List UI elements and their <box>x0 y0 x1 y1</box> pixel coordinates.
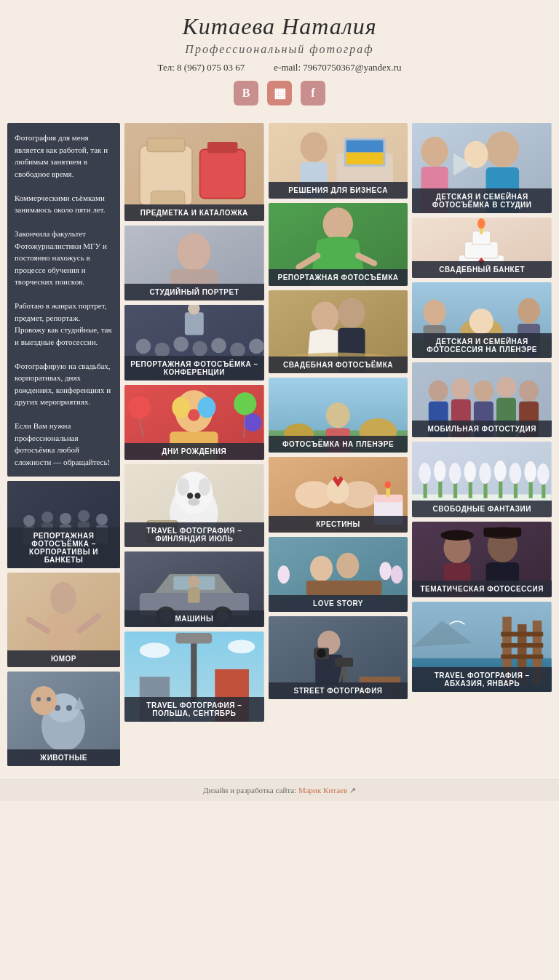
tile-banquet[interactable]: Наталья СВАДЕБНЫЙ БАНКЕТ <box>412 218 552 278</box>
svg-rect-30 <box>207 142 237 154</box>
tile-label-cars: МАШИНЫ <box>124 610 264 627</box>
tile-label-bags: ПРЕДМЕТКА И КАТАЛОЖКА <box>124 204 264 221</box>
svg-point-53 <box>244 413 262 431</box>
column-2: ПРЕДМЕТКА И КАТАЛОЖКА СТУДИЙНЫЙ ПОРТРЕТ <box>124 123 264 766</box>
tile-label-lovestory: LOVE STORY <box>269 595 408 612</box>
svg-point-144 <box>477 218 485 229</box>
site-title: Китаева Наталия <box>15 13 544 40</box>
svg-rect-79 <box>175 633 212 644</box>
tile-conference[interactable]: РЕПОРТАЖНАЯ ФОТОСЪЁМКА – КОНФЕРЕНЦИИ <box>124 305 264 381</box>
vk-link[interactable]: В <box>234 81 258 105</box>
tile-wedding[interactable]: СВАДЕБНАЯ ФОТОСЪЁМКА <box>269 290 408 373</box>
tile-travel-pl[interactable]: TRAVEL ФОТОГРАФИЯ – ПОЛЬША, СЕНТЯБРЬ <box>124 632 264 722</box>
social-links: В ▦ f <box>15 81 544 105</box>
tile-animals[interactable]: ЖИВОТНЫЕ <box>7 672 120 766</box>
svg-point-112 <box>384 481 390 488</box>
svg-point-149 <box>469 308 493 334</box>
svg-point-161 <box>496 376 516 397</box>
left-column: Фотография для меня является как работой… <box>7 123 120 766</box>
svg-point-155 <box>429 381 448 402</box>
svg-rect-75 <box>188 588 200 603</box>
tile-label-plener: ФОТОСЪЁМКА НА ПЛЕНЭРЕ <box>269 436 408 453</box>
tile-birthday[interactable]: ДНИ РОЖДЕНИЯ <box>124 385 264 461</box>
tile-mobile-studio[interactable]: МОБИЛЬНАЯ ФОТОСТУДИЯ <box>412 362 552 438</box>
svg-point-1 <box>23 515 35 527</box>
svg-point-49 <box>197 397 215 418</box>
svg-point-152 <box>518 298 540 324</box>
tile-label-family-studio: ДЕТСКАЯ И СЕМЕЙНАЯ ФОТОСЪЁМКА В СТУДИИ <box>412 188 552 213</box>
tile-fantasy[interactable]: СВОБОДНЫЕ ФАНТАЗИИ <box>412 442 552 517</box>
svg-point-119 <box>379 562 392 580</box>
svg-point-106 <box>295 481 333 508</box>
tile-cars[interactable]: МАШИНЫ <box>124 551 264 627</box>
tile-label-krestiny: КРЕСТИНЫ <box>269 516 408 533</box>
tile-label-banquet: СВАДЕБНЫЙ БАНКЕТ <box>412 261 552 278</box>
tile-family-studio[interactable]: ДЕТСКАЯ И СЕМЕЙНАЯ ФОТОСЪЁМКА В СТУДИИ <box>412 123 552 213</box>
tile-business[interactable]: РЕШЕНИЯ ДЛЯ БИЗНЕСА <box>269 123 408 199</box>
tile-lovestory[interactable]: LOVE STORY <box>269 537 408 613</box>
tile-humor[interactable]: ЮМОР <box>7 573 120 667</box>
tile-label-report: РЕПОРТАЖНАЯ ФОТОСЪЁМКА <box>269 269 408 286</box>
tile-label-travel-abkhazia: TRAVEL ФОТОГРАФИЯ – АБХАЗИЯ, ЯНВАРЬ <box>412 667 552 692</box>
tile-thematic[interactable]: ТЕМАТИЧЕСКАЯ ФОТОСЕССИЯ <box>412 522 552 597</box>
svg-point-52 <box>234 392 256 415</box>
svg-rect-43 <box>185 313 204 335</box>
svg-point-33 <box>178 233 211 271</box>
svg-point-48 <box>172 397 190 418</box>
tile-bags[interactable]: ПРЕДМЕТКА И КАТАЛОЖКА <box>124 123 264 221</box>
svg-point-184 <box>537 463 550 485</box>
tile-label-portrait: СТУДИЙНЫЙ ПОРТРЕТ <box>124 284 264 300</box>
svg-point-38 <box>173 337 189 352</box>
footer-link[interactable]: Марик Китаев <box>298 786 347 794</box>
tile-plener[interactable]: ФОТОСЪЁМКА НА ПЛЕНЭРЕ <box>269 378 408 453</box>
tile-label-birthday: ДНИ РОЖДЕНИЯ <box>124 443 264 460</box>
svg-point-47 <box>188 409 200 421</box>
svg-point-163 <box>519 381 539 402</box>
email-label: e-mail: 79670750367@yandex.ru <box>274 62 401 73</box>
tile-portrait[interactable]: СТУДИЙНЫЙ ПОРТРЕТ <box>124 226 264 301</box>
svg-rect-28 <box>147 138 185 152</box>
phone-label: Тел: 8 (967) 075 03 67 <box>158 62 245 73</box>
svg-point-3 <box>41 511 53 523</box>
svg-point-82 <box>140 643 170 658</box>
svg-point-168 <box>419 463 432 484</box>
svg-point-40 <box>211 338 226 354</box>
footer-arrow-icon: ↗ <box>349 786 356 794</box>
tile-label-family-plener: ДЕТСКАЯ И СЕМЕЙНАЯ ФОТОСЕССИЯ НА ПЛЕНЭРЕ <box>412 333 552 358</box>
tile-label-conference: РЕПОРТАЖНАЯ ФОТОСЪЁМКА – КОНФЕРЕНЦИИ <box>124 356 264 381</box>
tile-corporate[interactable]: РЕПОРТАЖНАЯ ФОТОСЪЁМКА – КОРПОРАТИВЫ И Б… <box>7 481 120 568</box>
svg-point-74 <box>188 576 200 589</box>
tile-travel-abkhazia[interactable]: TRAVEL ФОТОГРАФИЯ – АБХАЗИЯ, ЯНВАРЬ <box>412 602 552 692</box>
svg-rect-130 <box>359 677 400 682</box>
svg-point-116 <box>336 552 359 578</box>
tile-family-plener[interactable]: ДЕТСКАЯ И СЕМЕЙНАЯ ФОТОСЕССИЯ НА ПЛЕНЭРЕ <box>412 282 552 358</box>
tile-street[interactable]: STREET ФОТОГРАФИЯ <box>269 616 408 699</box>
svg-point-63 <box>188 498 200 506</box>
svg-point-25 <box>47 697 51 701</box>
column-4: ДЕТСКАЯ И СЕМЕЙНАЯ ФОТОСЪЁМКА В СТУДИИ <box>412 123 552 766</box>
svg-point-180 <box>510 463 522 484</box>
tile-label-mobile-studio: МОБИЛЬНАЯ ФОТОСТУДИЯ <box>412 421 552 437</box>
tile-travel-fi[interactable]: form TRAVEL ФОТОГРАФИЯ – ФИНЛЯНДИЯ ИЮЛЬ <box>124 464 264 547</box>
svg-point-172 <box>449 463 461 484</box>
tile-label-travel-pl: TRAVEL ФОТОГРАФИЯ – ПОЛЬША, СЕНТЯБРЬ <box>124 697 264 722</box>
svg-point-97 <box>338 298 365 327</box>
svg-point-174 <box>464 461 477 482</box>
tile-krestiny[interactable]: КРЕСТИНЫ <box>269 457 408 533</box>
svg-point-176 <box>480 463 492 484</box>
contact-info: Тел: 8 (967) 075 03 67 e-mail: 796707503… <box>15 62 544 73</box>
main-content: Фотография для меня является как работой… <box>0 123 559 773</box>
instagram-link[interactable]: ▦ <box>267 81 292 105</box>
svg-point-24 <box>36 697 41 701</box>
svg-point-85 <box>300 132 327 162</box>
facebook-link[interactable]: f <box>301 81 325 105</box>
svg-point-125 <box>317 649 325 658</box>
svg-point-96 <box>312 301 338 331</box>
tiles-grid: ПРЕДМЕТКА И КАТАЛОЖКА СТУДИЙНЫЙ ПОРТРЕТ <box>124 123 552 766</box>
svg-point-60 <box>199 478 211 496</box>
svg-rect-129 <box>335 658 353 666</box>
svg-point-39 <box>192 341 207 356</box>
tile-label-thematic: ТЕМАТИЧЕСКАЯ ФОТОСЕССИЯ <box>412 581 552 597</box>
tile-label-street: STREET ФОТОГРАФИЯ <box>269 682 408 699</box>
tile-report[interactable]: РЕПОРТАЖНАЯ ФОТОСЪЁМКА <box>269 203 408 286</box>
